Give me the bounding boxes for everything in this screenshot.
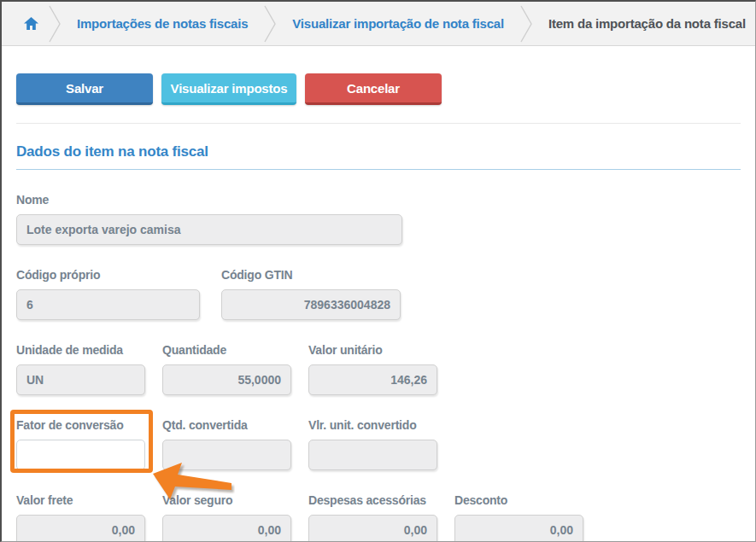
chevron-separator-icon (264, 5, 276, 43)
section-title-rule (16, 169, 741, 170)
form-row-codigos: Código próprio Código GTIN (16, 268, 741, 320)
form-content: Salvar Visualizar impostos Cancelar Dado… (2, 73, 755, 542)
field-codigo-gtin: Código GTIN (221, 268, 401, 320)
field-desconto: Desconto (454, 493, 583, 542)
toolbar: Salvar Visualizar impostos Cancelar (16, 73, 741, 105)
qtd-convertida-input (162, 440, 291, 470)
valor-seguro-input (162, 515, 291, 542)
field-valor-unitario: Valor unitário (308, 343, 437, 395)
chevron-separator-icon (520, 5, 532, 43)
codigo-proprio-input (16, 289, 200, 320)
field-label: Fator de conversão (16, 418, 145, 432)
field-vlr-unit-convertido: Vlr. unit. convertido (308, 418, 437, 470)
nome-input (16, 214, 402, 245)
form-row-valores: Valor frete Valor seguro Despesas acessó… (16, 493, 741, 542)
quantidade-input (162, 364, 291, 395)
field-valor-frete: Valor frete (16, 493, 145, 542)
save-button[interactable]: Salvar (16, 73, 153, 105)
cancel-button[interactable]: Cancelar (305, 73, 442, 105)
breadcrumb: Importações de notas fiscais Visualizar … (2, 2, 755, 46)
field-label: Vlr. unit. convertido (308, 418, 437, 432)
field-label: Código GTIN (221, 268, 401, 282)
view-taxes-button[interactable]: Visualizar impostos (161, 73, 296, 105)
field-label: Unidade de medida (16, 343, 145, 357)
fator-conversao-input[interactable] (16, 440, 145, 470)
field-label: Valor frete (16, 493, 145, 507)
field-label: Nome (16, 193, 402, 207)
chevron-separator-icon (49, 5, 61, 43)
codigo-gtin-input (221, 289, 401, 320)
form-row-nome: Nome (16, 193, 741, 245)
field-codigo-proprio: Código próprio (16, 268, 200, 320)
field-unidade-medida: Unidade de medida (16, 343, 145, 395)
field-qtd-convertida: Qtd. convertida (162, 418, 291, 470)
toolbar-divider (16, 123, 741, 124)
vlr-unit-convertido-input (308, 440, 437, 470)
breadcrumb-link-importacoes[interactable]: Importações de notas fiscais (66, 16, 259, 31)
valor-frete-input (16, 515, 145, 542)
field-fator-conversao: Fator de conversão (16, 418, 145, 470)
breadcrumb-current-item: Item da importação da nota fiscal (537, 16, 751, 31)
field-valor-seguro: Valor seguro (162, 493, 291, 542)
despesas-acessorias-input (308, 515, 437, 542)
field-label: Valor unitário (308, 343, 437, 357)
field-nome: Nome (16, 193, 402, 245)
desconto-input (454, 515, 583, 542)
unidade-medida-input (16, 364, 145, 395)
section-title: Dados do item na nota fiscal (16, 143, 741, 160)
form-row-conversao: Fator de conversão Qtd. convertida Vlr. … (16, 418, 741, 470)
field-quantidade: Quantidade (162, 343, 291, 395)
field-label: Valor seguro (162, 493, 291, 507)
form-row-quantidade: Unidade de medida Quantidade Valor unitá… (16, 343, 741, 395)
home-icon[interactable] (24, 17, 38, 31)
field-label: Código próprio (16, 268, 200, 282)
breadcrumb-link-visualizar-importacao[interactable]: Visualizar importação de nota fiscal (281, 16, 515, 31)
field-despesas-acessorias: Despesas acessórias (308, 493, 437, 542)
item-import-page: Importações de notas fiscais Visualizar … (0, 0, 756, 542)
valor-unitario-input (308, 364, 437, 395)
field-label: Quantidade (162, 343, 291, 357)
field-label: Desconto (454, 493, 583, 507)
field-label: Qtd. convertida (162, 418, 291, 432)
field-label: Despesas acessórias (308, 493, 437, 507)
